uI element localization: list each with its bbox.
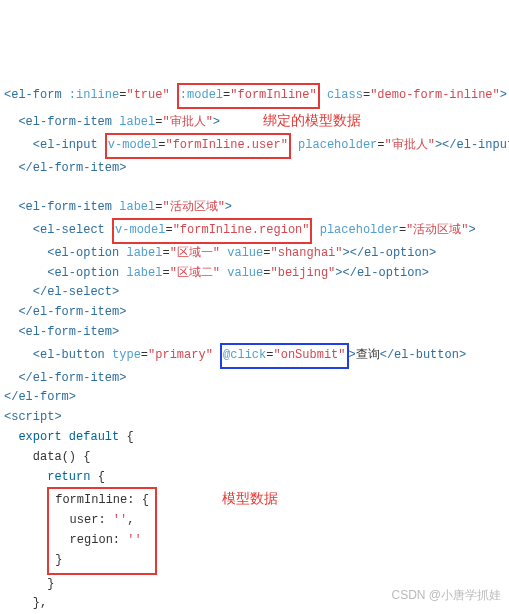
annotation-model-data-2: 模型数据 bbox=[222, 490, 278, 506]
highlight-vmodel-user: v-model="formInline.user" bbox=[105, 133, 291, 159]
annotation-model-data: 绑定的模型数据 bbox=[263, 112, 361, 128]
highlight-data-object: formInline: { user: '', region: '' } bbox=[47, 487, 157, 574]
highlight-model-binding: :model="formInline" bbox=[177, 83, 320, 109]
highlight-vmodel-region: v-model="formInline.region" bbox=[112, 218, 312, 244]
code-container: <el-form :inline="true" :model="formInli… bbox=[4, 83, 505, 614]
highlight-click-handler: @click="onSubmit" bbox=[220, 343, 348, 369]
watermark: CSDN @小唐学抓娃 bbox=[391, 586, 501, 606]
